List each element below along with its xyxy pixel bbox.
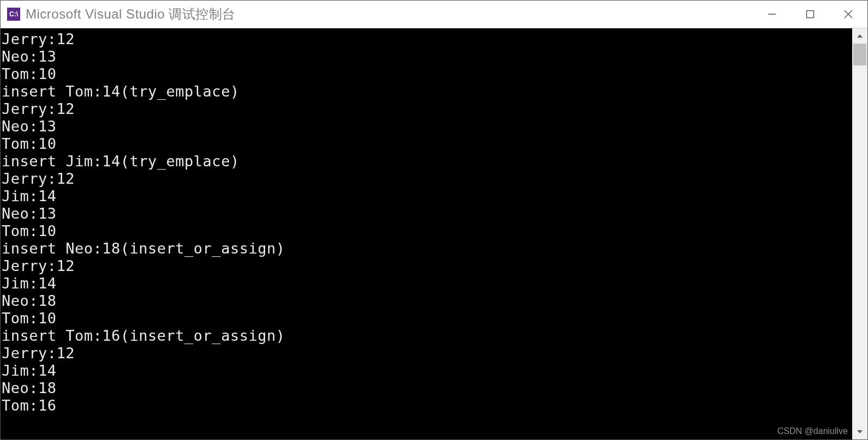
scroll-up-button[interactable] [852, 28, 867, 44]
scroll-track[interactable] [852, 44, 867, 424]
title-left: C:\ Microsoft Visual Studio 调试控制台 [7, 5, 236, 23]
close-icon [843, 9, 853, 19]
window-controls [753, 1, 867, 28]
scroll-thumb[interactable] [853, 44, 866, 65]
minimize-button[interactable] [753, 1, 791, 28]
app-icon: C:\ [7, 8, 20, 21]
svg-rect-1 [807, 11, 814, 18]
minimize-icon [767, 9, 777, 19]
chevron-up-icon [857, 33, 863, 39]
vertical-scrollbar[interactable] [852, 28, 867, 439]
scroll-down-button[interactable] [852, 424, 867, 439]
app-icon-text: C:\ [9, 10, 18, 18]
console-output: Jerry:12 Neo:13 Tom:10 insert Tom:14(try… [1, 28, 852, 439]
svg-marker-5 [857, 430, 863, 433]
maximize-icon [806, 10, 815, 19]
body-area: Jerry:12 Neo:13 Tom:10 insert Tom:14(try… [1, 28, 867, 439]
titlebar[interactable]: C:\ Microsoft Visual Studio 调试控制台 [1, 1, 867, 28]
chevron-down-icon [857, 429, 863, 435]
window-frame: C:\ Microsoft Visual Studio 调试控制台 Jerry:… [0, 0, 868, 440]
maximize-button[interactable] [791, 1, 829, 28]
close-button[interactable] [829, 1, 867, 28]
svg-marker-4 [857, 34, 863, 38]
window-title: Microsoft Visual Studio 调试控制台 [26, 5, 236, 23]
